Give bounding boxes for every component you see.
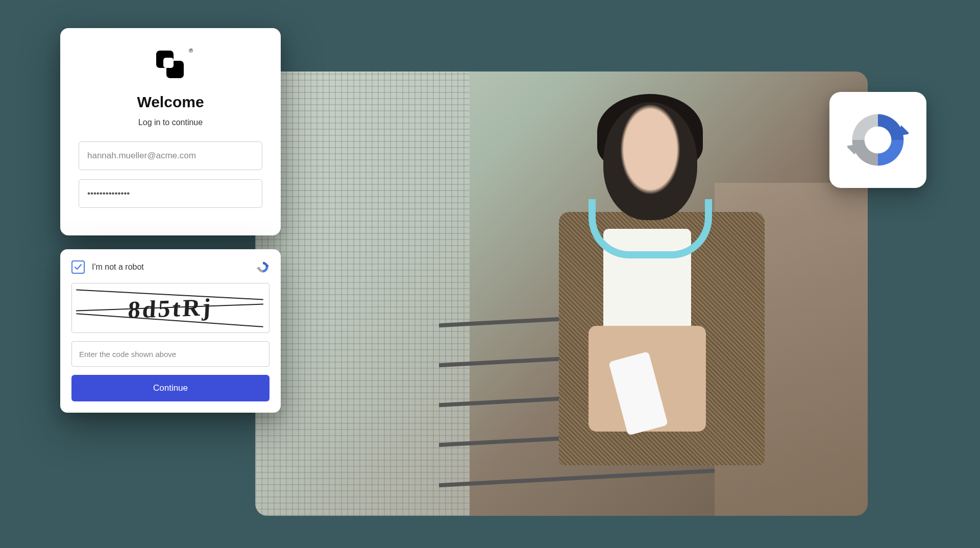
recaptcha-icon [256, 260, 270, 274]
photo-mesh-overlay [255, 72, 470, 516]
password-field[interactable] [79, 179, 262, 208]
photo-person [500, 94, 794, 516]
check-icon [74, 263, 82, 271]
captcha-image: 8d5tRj [71, 283, 270, 333]
captcha-label: I'm not a robot [92, 263, 144, 272]
captcha-panel: I'm not a robot 8d5tRj Continue [60, 249, 281, 413]
recaptcha-badge [829, 92, 926, 188]
captcha-checkbox[interactable] [71, 260, 85, 274]
continue-button[interactable]: Continue [71, 375, 270, 401]
email-field[interactable] [79, 141, 262, 170]
brand-logo: ® [79, 49, 262, 79]
login-title: Welcome [79, 93, 262, 111]
recaptcha-icon [847, 109, 909, 171]
login-card: ® Welcome Log in to continue [60, 28, 281, 235]
hero-photo [255, 72, 868, 516]
captcha-code-input[interactable] [71, 341, 270, 367]
login-subtitle: Log in to continue [79, 118, 262, 127]
captcha-code-text: 8d5tRj [128, 293, 214, 324]
